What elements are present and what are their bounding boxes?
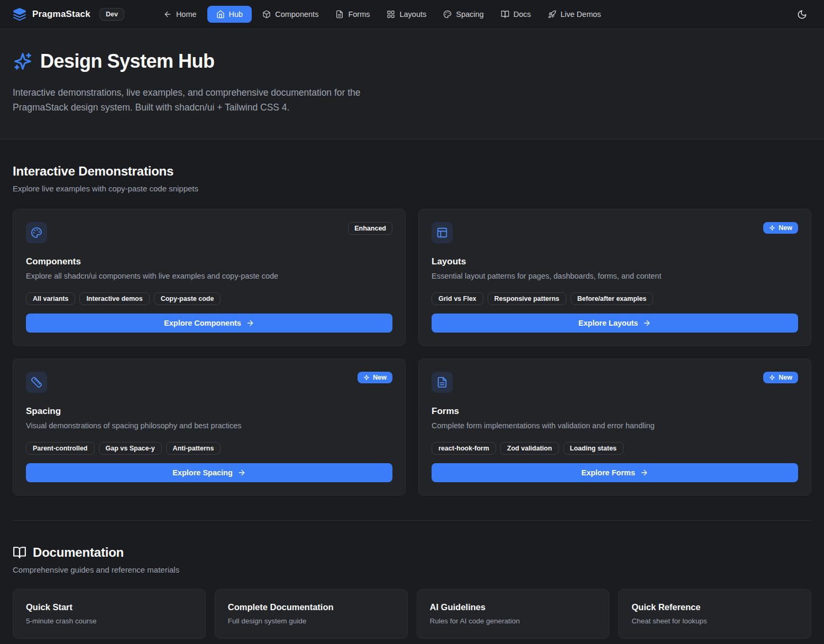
nav-label: Home bbox=[176, 10, 197, 19]
docs-card-grid: Quick Start 5-minute crash course Comple… bbox=[13, 589, 811, 639]
tag: Responsive patterns bbox=[488, 292, 566, 305]
doc-card-title: Quick Reference bbox=[631, 602, 798, 612]
nav-item-live-demos[interactable]: Live Demos bbox=[542, 6, 608, 23]
nav-label: Spacing bbox=[456, 10, 483, 19]
nav-label: Docs bbox=[514, 10, 531, 19]
main-nav: Home Hub Components Forms Layouts bbox=[157, 6, 607, 23]
tag: Parent-controlled bbox=[26, 442, 95, 455]
tag: Anti-patterns bbox=[166, 442, 221, 455]
brand[interactable]: PragmaStack Dev bbox=[13, 7, 124, 21]
moon-icon bbox=[797, 10, 807, 20]
doc-card-subtitle: Cheat sheet for lookups bbox=[631, 617, 798, 625]
explore-forms-button[interactable]: Explore Forms bbox=[432, 463, 798, 482]
demo-card-grid: Enhanced Components Explore all shadcn/u… bbox=[13, 209, 811, 495]
nav-item-hub[interactable]: Hub bbox=[207, 6, 252, 23]
card-description: Essential layout patterns for pages, das… bbox=[432, 272, 798, 280]
nav-label: Components bbox=[275, 10, 318, 19]
card-title: Components bbox=[26, 256, 392, 267]
sparkles-icon bbox=[363, 374, 370, 381]
file-text-icon bbox=[432, 372, 453, 393]
status-badge: Enhanced bbox=[348, 222, 392, 235]
explore-layouts-button[interactable]: Explore Layouts bbox=[432, 314, 798, 333]
doc-card-title: Complete Documentation bbox=[228, 602, 395, 612]
doc-card-complete-documentation[interactable]: Complete Documentation Full design syste… bbox=[215, 589, 408, 639]
tag: Copy-paste code bbox=[154, 292, 221, 305]
card-description: Explore all shadcn/ui components with li… bbox=[26, 272, 392, 280]
nav-label: Forms bbox=[348, 10, 370, 19]
arrow-right-icon bbox=[237, 468, 246, 477]
badge-label: New bbox=[779, 374, 792, 381]
badge-label: New bbox=[373, 374, 387, 381]
doc-card-title: Quick Start bbox=[26, 602, 193, 612]
page-description: Interactive demonstrations, live example… bbox=[13, 85, 407, 115]
layers-icon bbox=[13, 7, 26, 21]
hero-section: Design System Hub Interactive demonstrat… bbox=[0, 29, 824, 140]
sparkles-icon bbox=[13, 51, 33, 71]
new-badge: New bbox=[358, 372, 392, 383]
tag: react-hook-form bbox=[432, 442, 496, 455]
nav-item-home[interactable]: Home bbox=[157, 6, 203, 23]
button-label: Explore Forms bbox=[581, 468, 635, 477]
button-label: Explore Layouts bbox=[579, 319, 638, 327]
sparkles-icon bbox=[769, 374, 775, 381]
tag-row: Parent-controlled Gap vs Space-y Anti-pa… bbox=[26, 442, 392, 455]
card-description: Visual demonstrations of spacing philoso… bbox=[26, 421, 392, 430]
tag: Loading states bbox=[563, 442, 624, 455]
button-label: Explore Spacing bbox=[172, 468, 233, 477]
main-content: Interactive Demonstrations Explore live … bbox=[0, 164, 824, 644]
tag: Before/after examples bbox=[571, 292, 654, 305]
tag: Gap vs Space-y bbox=[99, 442, 162, 455]
arrow-left-icon bbox=[163, 10, 172, 19]
doc-card-quick-reference[interactable]: Quick Reference Cheat sheet for lookups bbox=[618, 589, 811, 639]
doc-card-subtitle: Rules for AI code generation bbox=[430, 617, 597, 625]
explore-components-button[interactable]: Explore Components bbox=[26, 314, 392, 333]
tag-row: react-hook-form Zod validation Loading s… bbox=[432, 442, 798, 455]
tag: Zod validation bbox=[500, 442, 559, 455]
docs-heading: Documentation bbox=[33, 545, 124, 560]
docs-section-header: Documentation Comprehensive guides and r… bbox=[13, 545, 811, 574]
palette-icon bbox=[443, 10, 452, 19]
nav-label: Layouts bbox=[399, 10, 426, 19]
demo-card-layouts: New Layouts Essential layout patterns fo… bbox=[418, 209, 811, 346]
button-label: Explore Components bbox=[164, 319, 241, 327]
doc-card-ai-guidelines[interactable]: AI Guidelines Rules for AI code generati… bbox=[417, 589, 610, 639]
doc-card-quick-start[interactable]: Quick Start 5-minute crash course bbox=[13, 589, 206, 639]
explore-spacing-button[interactable]: Explore Spacing bbox=[26, 463, 392, 482]
home-icon bbox=[216, 10, 225, 19]
demo-card-components: Enhanced Components Explore all shadcn/u… bbox=[13, 209, 406, 346]
card-title: Forms bbox=[432, 406, 798, 417]
book-open-icon bbox=[501, 10, 509, 19]
doc-card-subtitle: Full design system guide bbox=[228, 617, 395, 625]
rocket-icon bbox=[548, 10, 556, 19]
demos-section-header: Interactive Demonstrations Explore live … bbox=[13, 164, 811, 193]
demos-heading: Interactive Demonstrations bbox=[13, 164, 811, 179]
new-badge: New bbox=[763, 372, 798, 383]
package-icon bbox=[262, 10, 271, 19]
arrow-right-icon bbox=[640, 468, 648, 477]
sparkles-icon bbox=[769, 225, 775, 231]
doc-card-title: AI Guidelines bbox=[430, 602, 597, 612]
nav-item-layouts[interactable]: Layouts bbox=[380, 6, 433, 23]
nav-item-forms[interactable]: Forms bbox=[329, 6, 376, 23]
nav-item-spacing[interactable]: Spacing bbox=[437, 6, 490, 23]
doc-card-subtitle: 5-minute crash course bbox=[26, 617, 193, 625]
tag-row: Grid vs Flex Responsive patterns Before/… bbox=[432, 292, 798, 305]
nav-label: Live Demos bbox=[561, 10, 601, 19]
card-description: Complete form implementations with valid… bbox=[432, 421, 798, 430]
demos-subheading: Explore live examples with copy-paste co… bbox=[13, 184, 811, 193]
section-divider bbox=[13, 520, 811, 521]
tag: Interactive demos bbox=[79, 292, 149, 305]
nav-item-docs[interactable]: Docs bbox=[495, 6, 537, 23]
arrow-right-icon bbox=[246, 319, 254, 327]
card-title: Spacing bbox=[26, 406, 392, 417]
card-title: Layouts bbox=[432, 256, 798, 267]
nav-item-components[interactable]: Components bbox=[256, 6, 325, 23]
nav-label: Hub bbox=[229, 10, 243, 19]
page-title: Design System Hub bbox=[40, 50, 215, 72]
top-navbar: PragmaStack Dev Home Hub Components Fo bbox=[0, 0, 824, 29]
arrow-right-icon bbox=[643, 319, 651, 327]
theme-toggle-button[interactable] bbox=[793, 5, 811, 24]
tag: Grid vs Flex bbox=[432, 292, 483, 305]
tag-row: All variants Interactive demos Copy-past… bbox=[26, 292, 392, 305]
brand-title: PragmaStack bbox=[32, 9, 90, 20]
